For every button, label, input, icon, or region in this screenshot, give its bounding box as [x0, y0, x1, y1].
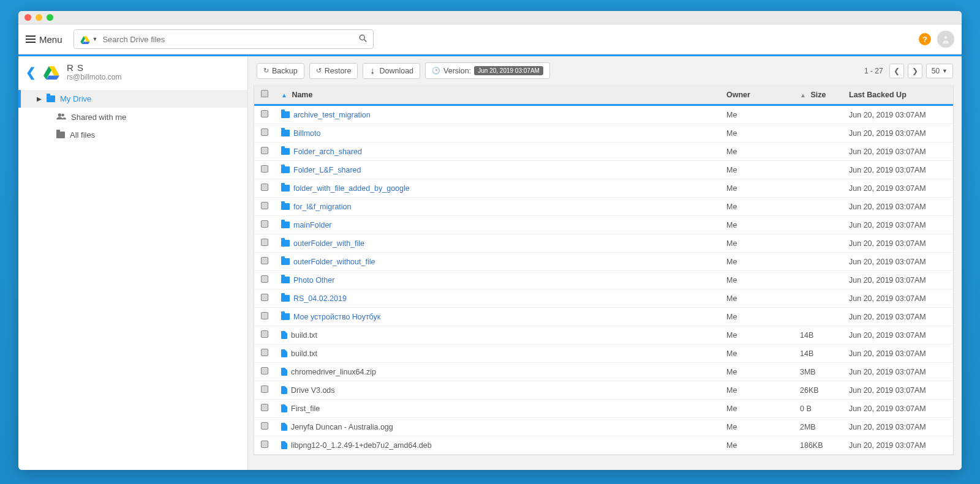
- folder-icon: [56, 132, 65, 138]
- table-row[interactable]: build.txtMe14BJun 20, 2019 03:07AM: [254, 326, 953, 344]
- col-label: Size: [810, 91, 826, 99]
- table-row[interactable]: First_fileMe0 BJun 20, 2019 03:07AM: [254, 400, 953, 418]
- row-checkbox[interactable]: [261, 147, 268, 154]
- row-checkbox[interactable]: [261, 367, 268, 374]
- file-icon: [281, 368, 287, 376]
- size-cell: 2MB: [794, 418, 843, 436]
- file-name[interactable]: First_file: [291, 404, 320, 413]
- size-cell: [794, 289, 843, 308]
- menu-button[interactable]: Menu: [26, 34, 62, 45]
- file-name[interactable]: for_l&f_migration: [293, 203, 352, 211]
- row-checkbox[interactable]: [261, 404, 268, 411]
- col-name[interactable]: ▲ Name: [275, 85, 720, 105]
- close-window-icon[interactable]: [24, 14, 31, 21]
- file-name[interactable]: Billmoto: [293, 129, 320, 138]
- row-checkbox[interactable]: [261, 330, 268, 338]
- file-name[interactable]: Photo Other: [293, 276, 334, 285]
- version-button[interactable]: 🕑 Version: Jun 20, 2019 03:07AM: [425, 62, 550, 79]
- pagesize-select[interactable]: 50 ▼: [926, 64, 953, 78]
- row-checkbox[interactable]: [261, 239, 268, 246]
- col-select-all[interactable]: [254, 85, 275, 105]
- download-button[interactable]: ⭳ Download: [363, 63, 420, 79]
- row-checkbox[interactable]: [261, 165, 268, 173]
- row-checkbox[interactable]: [261, 220, 268, 228]
- checkbox-icon[interactable]: [261, 90, 268, 97]
- table-row[interactable]: RS_04.02.2019MeJun 20, 2019 03:07AM: [254, 289, 953, 308]
- row-checkbox[interactable]: [261, 128, 268, 136]
- table-row[interactable]: build.txtMe14BJun 20, 2019 03:07AM: [254, 344, 953, 363]
- sidebar-item-my-drive[interactable]: ▶ My Drive: [18, 90, 247, 108]
- file-name[interactable]: build.txt: [291, 331, 317, 340]
- folder-icon: [281, 313, 290, 320]
- col-backed[interactable]: Last Backed Up: [843, 85, 953, 105]
- row-checkbox[interactable]: [261, 385, 268, 393]
- file-name[interactable]: build.txt: [291, 349, 317, 358]
- table-row[interactable]: BillmotoMeJun 20, 2019 03:07AM: [254, 124, 953, 143]
- table-row[interactable]: Drive V3.odsMe26KBJun 20, 2019 03:07AM: [254, 381, 953, 400]
- row-checkbox[interactable]: [261, 349, 268, 356]
- row-checkbox[interactable]: [261, 110, 268, 117]
- file-name[interactable]: Мое устройство Ноутбук: [293, 313, 380, 321]
- table-row[interactable]: for_l&f_migrationMeJun 20, 2019 03:07AM: [254, 198, 953, 216]
- file-name[interactable]: RS_04.02.2019: [293, 294, 347, 303]
- col-owner[interactable]: Owner: [720, 85, 794, 105]
- drive-dropdown-caret-icon[interactable]: ▼: [92, 36, 98, 42]
- row-checkbox[interactable]: [261, 312, 268, 319]
- table-row[interactable]: outerFolder_with_fileMeJun 20, 2019 03:0…: [254, 234, 953, 253]
- table-row[interactable]: Jenyfa Duncan - Australia.oggMe2MBJun 20…: [254, 418, 953, 436]
- file-name[interactable]: Folder_L&F_shared: [293, 166, 361, 174]
- maximize-window-icon[interactable]: [47, 14, 53, 21]
- table-row[interactable]: Photo OtherMeJun 20, 2019 03:07AM: [254, 271, 953, 289]
- search-box[interactable]: ▼: [74, 29, 374, 49]
- help-icon[interactable]: ?: [919, 33, 931, 45]
- file-name[interactable]: outerFolder_without_file: [293, 258, 375, 266]
- file-name[interactable]: outerFolder_with_file: [293, 239, 364, 248]
- file-name[interactable]: archive_test_migration: [293, 111, 371, 119]
- size-cell: [794, 124, 843, 143]
- sidebar-item-shared[interactable]: Shared with me: [18, 108, 247, 126]
- search-input[interactable]: [97, 35, 358, 44]
- file-name[interactable]: Drive V3.ods: [291, 386, 335, 395]
- backup-button[interactable]: ↻ Backup: [257, 63, 304, 79]
- table-row[interactable]: archive_test_migrationMeJun 20, 2019 03:…: [254, 105, 953, 124]
- file-name[interactable]: Jenyfa Duncan - Australia.ogg: [291, 423, 393, 431]
- table-row[interactable]: Folder_L&F_sharedMeJun 20, 2019 03:07AM: [254, 161, 953, 179]
- next-page-button[interactable]: ❯: [908, 64, 922, 78]
- owner-cell: Me: [720, 271, 794, 289]
- minimize-window-icon[interactable]: [36, 14, 42, 21]
- col-size[interactable]: ▲ Size: [794, 85, 843, 105]
- table-row[interactable]: Мое устройство НоутбукMeJun 20, 2019 03:…: [254, 308, 953, 326]
- size-cell: [794, 271, 843, 289]
- size-cell: 3MB: [794, 363, 843, 381]
- file-name[interactable]: Folder_arch_shared: [293, 147, 362, 156]
- date-cell: Jun 20, 2019 03:07AM: [843, 418, 953, 436]
- row-checkbox[interactable]: [261, 275, 268, 283]
- prev-page-button[interactable]: ❮: [889, 64, 904, 78]
- back-arrow-icon[interactable]: ❮: [26, 65, 36, 80]
- drive-icon: [80, 35, 89, 43]
- sidebar-item-all-files[interactable]: All files: [18, 126, 247, 144]
- row-checkbox[interactable]: [261, 257, 268, 264]
- row-checkbox[interactable]: [261, 294, 268, 301]
- row-checkbox[interactable]: [261, 422, 268, 430]
- restore-button[interactable]: ↺ Restore: [309, 63, 358, 79]
- row-checkbox[interactable]: [261, 184, 268, 191]
- table-row[interactable]: Folder_arch_sharedMeJun 20, 2019 03:07AM: [254, 143, 953, 161]
- file-name[interactable]: libpng12-0_1.2.49-1+deb7u2_amd64.deb: [291, 441, 432, 450]
- row-checkbox[interactable]: [261, 202, 268, 209]
- file-name[interactable]: chromedriver_linux64.zip: [291, 368, 376, 376]
- folder-icon: [281, 185, 290, 192]
- table-row[interactable]: chromedriver_linux64.zipMe3MBJun 20, 201…: [254, 363, 953, 381]
- table-row[interactable]: folder_with_file_added_by_googleMeJun 20…: [254, 179, 953, 198]
- table-row[interactable]: libpng12-0_1.2.49-1+deb7u2_amd64.debMe18…: [254, 436, 953, 455]
- tree-caret-icon[interactable]: ▶: [37, 95, 42, 102]
- table-row[interactable]: mainFolderMeJun 20, 2019 03:07AM: [254, 216, 953, 234]
- name-cell: Billmoto: [281, 129, 714, 138]
- avatar[interactable]: [937, 31, 954, 48]
- row-checkbox[interactable]: [261, 441, 268, 448]
- file-name[interactable]: mainFolder: [293, 221, 332, 229]
- table-row[interactable]: outerFolder_without_fileMeJun 20, 2019 0…: [254, 253, 953, 271]
- search-icon[interactable]: [359, 34, 367, 44]
- body: ❮ R S rs@billmoto.com ▶ My Drive: [18, 56, 962, 470]
- file-name[interactable]: folder_with_file_added_by_google: [293, 184, 410, 193]
